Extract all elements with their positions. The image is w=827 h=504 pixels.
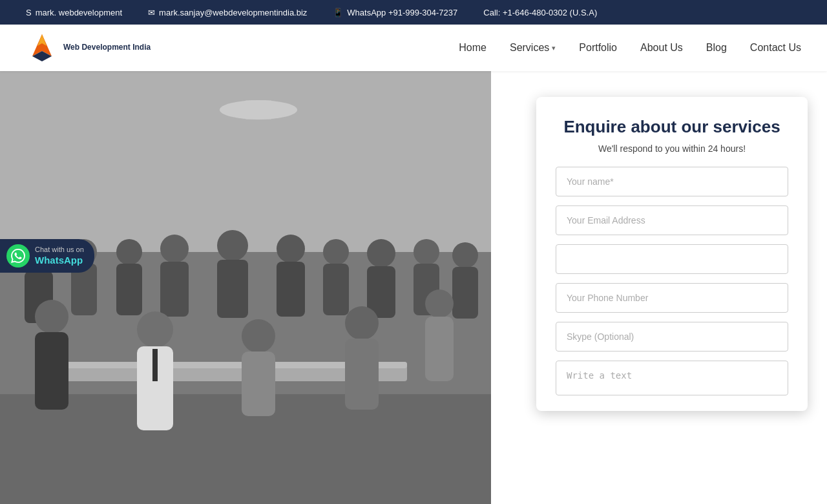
svg-point-21 [277, 235, 305, 263]
svg-point-19 [217, 230, 248, 261]
svg-rect-32 [35, 332, 68, 410]
call-text: Call: +1-646-480-0302 (U.S.A) [483, 8, 597, 17]
name-input[interactable] [556, 167, 788, 196]
whatsapp-text-area: Chat with us on WhatsApp [35, 245, 84, 267]
svg-rect-39 [345, 339, 379, 410]
svg-rect-30 [452, 267, 478, 319]
email-text: mark.sanjay@webdevelopmentindia.biz [159, 8, 307, 17]
nav-contact[interactable]: Contact Us [750, 42, 801, 54]
nav-services[interactable]: Services ▾ [510, 42, 556, 54]
svg-point-29 [452, 242, 478, 268]
phone-input[interactable] [556, 283, 788, 313]
skype-contact: S mark. webdevelopment [26, 8, 122, 17]
phone-contact: Call: +1-646-480-0302 (U.S.A) [483, 8, 597, 17]
svg-point-31 [35, 300, 68, 333]
nav-about[interactable]: About Us [640, 42, 683, 54]
whatsapp-contact: 📱 WhatsApp +91-999-304-7237 [333, 8, 457, 17]
logo[interactable]: Web Development India [26, 32, 151, 64]
message-textarea[interactable] [556, 361, 788, 395]
svg-rect-37 [242, 352, 275, 416]
enquiry-subtitle: We'll respond to you within 24 hours! [556, 143, 788, 154]
skype-icon: S [26, 8, 32, 17]
nav-blog[interactable]: Blog [706, 42, 727, 54]
email-contact: ✉ mark.sanjay@webdevelopmentindia.biz [148, 8, 307, 17]
nav-links: Home Services ▾ Portfolio About Us Blog … [459, 42, 801, 54]
services-chevron-icon: ▾ [552, 44, 556, 52]
enquiry-form-card: Enquire about our services We'll respond… [536, 97, 808, 411]
svg-point-17 [160, 235, 189, 263]
nav-portfolio[interactable]: Portfolio [579, 42, 617, 54]
field3-input[interactable] [556, 244, 788, 274]
svg-point-33 [137, 311, 173, 348]
svg-point-36 [242, 319, 275, 353]
svg-rect-20 [217, 260, 248, 318]
whatsapp-logo-icon [11, 249, 25, 263]
enquiry-title: Enquire about our services [556, 116, 788, 138]
whatsapp-brand-label: WhatsApp [35, 254, 84, 267]
svg-point-25 [367, 239, 395, 268]
logo-icon [26, 32, 58, 64]
svg-rect-22 [277, 262, 305, 317]
whatsapp-chat-label: Chat with us on [35, 245, 84, 254]
nav-home[interactable]: Home [459, 42, 487, 54]
svg-point-23 [323, 239, 349, 265]
whatsapp-text: WhatsApp +91-999-304-7237 [347, 8, 457, 17]
whatsapp-circle-icon [6, 244, 30, 268]
svg-point-38 [345, 306, 379, 340]
svg-rect-18 [160, 262, 189, 317]
skype-text: mark. webdevelopment [36, 8, 122, 17]
svg-rect-6 [246, 100, 271, 120]
svg-rect-41 [425, 317, 454, 381]
top-bar: S mark. webdevelopment ✉ mark.sanjay@web… [0, 0, 827, 25]
whatsapp-chat-widget[interactable]: Chat with us on WhatsApp [0, 239, 94, 273]
main-nav: Web Development India Home Services ▾ Po… [0, 25, 827, 71]
skype-input[interactable] [556, 322, 788, 352]
logo-text: Web Development India [63, 43, 151, 53]
svg-rect-35 [152, 349, 158, 381]
svg-rect-24 [323, 264, 349, 315]
email-icon: ✉ [148, 8, 155, 17]
whatsapp-icon: 📱 [333, 8, 343, 17]
email-input[interactable] [556, 205, 788, 235]
svg-rect-16 [116, 264, 142, 315]
hero-background [0, 71, 491, 504]
svg-point-40 [425, 289, 454, 318]
hero-section: Chat with us on WhatsApp Enquire about o… [0, 71, 827, 504]
team-photo-svg [0, 71, 491, 504]
svg-point-15 [116, 239, 142, 265]
svg-point-27 [414, 239, 439, 265]
